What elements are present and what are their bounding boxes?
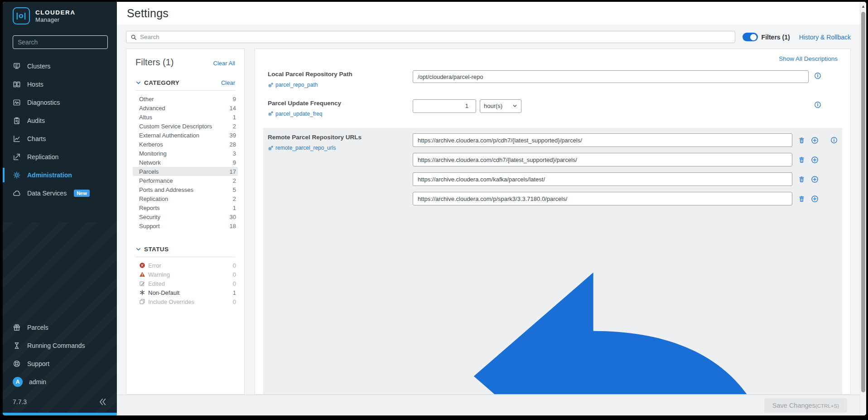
sidebar-item-running-commands[interactable]: Running Commands bbox=[3, 337, 117, 355]
status-section-title: STATUS bbox=[144, 246, 235, 253]
setting-info-column bbox=[809, 99, 838, 118]
filter-category-count: 17 bbox=[230, 168, 236, 175]
url-value-row bbox=[413, 172, 838, 186]
undo-icon[interactable] bbox=[413, 211, 838, 395]
filter-category-row[interactable]: Kerberos28 bbox=[133, 140, 238, 149]
category-clear-link[interactable]: Clear bbox=[221, 79, 235, 86]
property-link[interactable]: remote_parcel_repo_urls bbox=[268, 145, 336, 151]
filter-category-label: Support bbox=[139, 223, 230, 230]
history-rollback-link[interactable]: History & Rollback bbox=[799, 34, 851, 41]
filter-category-count: 14 bbox=[230, 105, 236, 112]
filter-category-row[interactable]: Custom Service Descriptors2 bbox=[133, 122, 238, 131]
filter-status-row[interactable]: Non-Default1 bbox=[133, 288, 238, 297]
scrollbar-thumb[interactable] bbox=[861, 12, 865, 392]
filter-status-label: Non-Default bbox=[148, 289, 233, 296]
sidebar-item-data-services[interactable]: Data ServicesNew bbox=[3, 184, 117, 202]
sidebar-item-label: Hosts bbox=[27, 81, 43, 88]
filter-category-label: Reports bbox=[139, 205, 233, 211]
filter-category-row[interactable]: External Authentication39 bbox=[133, 131, 238, 140]
filters-toggle[interactable] bbox=[743, 33, 758, 41]
filter-status-row[interactable]: Error0 bbox=[133, 261, 238, 270]
filter-category-label: Other bbox=[139, 96, 233, 103]
unit-select[interactable]: hour(s) bbox=[480, 99, 521, 113]
sidebar-item-label: Replication bbox=[27, 153, 58, 161]
filter-category-row[interactable]: Other9 bbox=[133, 94, 238, 103]
sidebar-item-hosts[interactable]: Hosts bbox=[3, 75, 117, 93]
settings-search-input[interactable] bbox=[140, 34, 731, 40]
filter-category-label: Parcels bbox=[139, 168, 230, 175]
filter-category-row[interactable]: Network9 bbox=[133, 158, 238, 167]
filter-category-row[interactable]: Altus1 bbox=[133, 112, 238, 122]
setting-info-column bbox=[809, 70, 838, 89]
filter-category-count: 3 bbox=[233, 150, 236, 157]
info-icon[interactable] bbox=[830, 137, 838, 144]
sidebar-item-admin[interactable]: Aadmin bbox=[3, 373, 117, 391]
url-input[interactable] bbox=[413, 172, 792, 186]
chevron-down-icon[interactable] bbox=[135, 246, 141, 252]
replication-icon bbox=[13, 153, 21, 161]
url-value-row bbox=[413, 192, 838, 205]
filter-status-row[interactable]: Include Overrides0 bbox=[133, 297, 238, 306]
save-changes-button[interactable]: Save Changes(CTRL+S) bbox=[764, 398, 847, 413]
page-scrollbar[interactable]: ▲ bbox=[860, 2, 866, 415]
collapse-sidebar-icon[interactable] bbox=[98, 397, 107, 406]
sidebar-search-input[interactable] bbox=[13, 35, 108, 49]
filter-category-row[interactable]: Replication2 bbox=[133, 194, 238, 203]
property-name: parcel_update_freq bbox=[275, 111, 322, 117]
filter-category-row[interactable]: Reports1 bbox=[133, 203, 238, 212]
filter-category-count: 30 bbox=[230, 214, 236, 220]
info-icon[interactable] bbox=[814, 101, 821, 108]
sidebar-item-diagnostics[interactable]: Diagnostics bbox=[3, 93, 117, 112]
settings-search bbox=[126, 31, 735, 43]
filter-category-row[interactable]: Support18 bbox=[133, 221, 238, 230]
filter-category-row[interactable]: Ports and Addresses5 bbox=[133, 185, 238, 194]
filter-category-row[interactable]: Performance2 bbox=[133, 176, 238, 185]
filters-toggle-label[interactable]: Filters (1) bbox=[762, 34, 790, 41]
filter-category-row[interactable]: Security30 bbox=[133, 212, 238, 221]
delete-icon[interactable] bbox=[798, 195, 805, 203]
setting-number-input[interactable] bbox=[413, 99, 476, 113]
page-title: Settings bbox=[127, 7, 169, 20]
filter-category-row[interactable]: Advanced14 bbox=[133, 103, 238, 112]
brand-subtitle: Manager bbox=[35, 16, 76, 23]
sidebar-item-label: Administration bbox=[27, 171, 72, 179]
filter-category-label: External Authentication bbox=[139, 132, 230, 139]
filter-status-row[interactable]: Warning0 bbox=[133, 270, 238, 279]
property-link[interactable]: parcel_repo_path bbox=[268, 82, 318, 88]
sidebar-item-clusters[interactable]: Clusters bbox=[3, 57, 117, 75]
info-icon[interactable] bbox=[814, 72, 821, 79]
filter-category-count: 39 bbox=[230, 132, 236, 139]
delete-icon[interactable] bbox=[798, 176, 805, 183]
scrollbar-up-arrow[interactable]: ▲ bbox=[860, 3, 866, 10]
filter-category-count: 1 bbox=[233, 114, 236, 121]
sidebar-item-administration[interactable]: Administration bbox=[3, 166, 117, 184]
settings-list: Show All Descriptions Local Parcel Repos… bbox=[255, 49, 851, 395]
delete-icon[interactable] bbox=[798, 156, 805, 164]
warning-icon bbox=[139, 271, 145, 278]
sidebar-item-audits[interactable]: Audits bbox=[3, 112, 117, 130]
filter-category-row[interactable]: Monitoring3 bbox=[133, 149, 238, 158]
filter-category-row[interactable]: Parcels17 bbox=[133, 167, 238, 176]
chevron-down-icon[interactable] bbox=[135, 80, 141, 86]
show-all-descriptions-link[interactable]: Show All Descriptions bbox=[779, 55, 838, 62]
property-link[interactable]: parcel_update_freq bbox=[268, 111, 322, 117]
clear-all-link[interactable]: Clear All bbox=[213, 60, 235, 67]
add-icon[interactable] bbox=[811, 137, 819, 144]
setting-row: Remote Parcel Repository URLsremote_parc… bbox=[268, 133, 838, 395]
setting-text-input[interactable] bbox=[413, 70, 809, 83]
sidebar-item-parcels[interactable]: Parcels bbox=[3, 318, 117, 337]
administration-icon bbox=[13, 171, 21, 179]
sidebar-item-replication[interactable]: Replication bbox=[3, 148, 117, 166]
add-icon[interactable] bbox=[811, 156, 819, 164]
url-input[interactable] bbox=[413, 192, 792, 205]
diagnostics-icon bbox=[13, 98, 21, 107]
url-input[interactable] bbox=[413, 133, 792, 147]
delete-icon[interactable] bbox=[798, 137, 805, 144]
setting-label-column: Remote Parcel Repository URLsremote_parc… bbox=[268, 133, 413, 395]
add-icon[interactable] bbox=[811, 176, 819, 183]
add-icon[interactable] bbox=[811, 195, 819, 203]
url-input[interactable] bbox=[413, 153, 792, 166]
filter-status-row[interactable]: Edited0 bbox=[133, 279, 238, 288]
sidebar-item-support[interactable]: Support bbox=[3, 355, 117, 373]
sidebar-item-charts[interactable]: Charts bbox=[3, 130, 117, 148]
